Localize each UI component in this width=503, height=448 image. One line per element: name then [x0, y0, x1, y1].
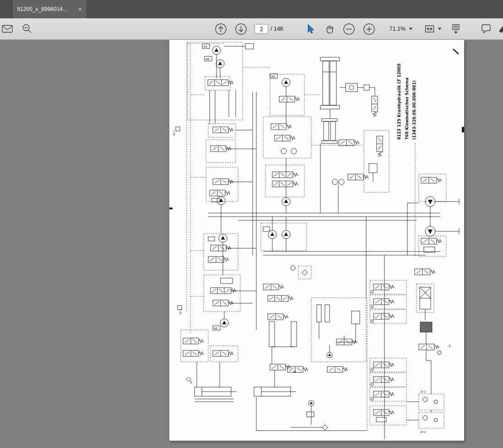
marquee-zoom-button[interactable] [21, 22, 33, 35]
plus-circle-icon [363, 23, 375, 35]
envelope-icon [1, 24, 13, 33]
page-count-label: / 146 [270, 26, 283, 32]
arrow-down-circle-icon [235, 23, 247, 35]
schematic-label-we4: WE [214, 327, 218, 330]
scroll-mode-button[interactable] [449, 22, 462, 35]
schematic-label-neg-one: -1- [448, 344, 452, 348]
document-tab[interactable]: lt1200_x_8996014... × [12, 0, 87, 18]
chevron-down-icon [438, 27, 442, 30]
tools-partial-button[interactable] [497, 22, 503, 35]
schematic-label-20-1: 20.1 [173, 131, 175, 136]
toolbar: / 146 71.1% [0, 18, 503, 40]
clipped-tool-icon [498, 23, 503, 34]
email-button[interactable] [1, 22, 14, 35]
schematic-label-25-1: 25.1 [420, 390, 426, 393]
zoom-level-value: 71.1% [389, 26, 406, 32]
pdf-page[interactable]: 9123 125 Kranhydraulik LT 1200S 760 Kine… [169, 40, 464, 441]
schematic-label-20-2: 20.2 [179, 309, 182, 315]
schematic-title-line1: 9123 125 Kranhydraulik LT 1200S [397, 63, 401, 140]
schematic-label-we3: WE [271, 75, 275, 78]
hydraulic-schematic-drawing: 9123 125 Kranhydraulik LT 1200S 760 Kine… [169, 40, 464, 441]
scroll-mode-icon [450, 23, 461, 35]
tab-close-icon[interactable]: × [78, 6, 82, 12]
previous-page-button[interactable] [214, 22, 227, 35]
page-number-input[interactable] [254, 24, 268, 34]
schematic-label-25-2: 25.2 [420, 431, 426, 433]
schematic-label-n: N [293, 370, 296, 374]
chevron-down-icon [409, 27, 413, 30]
document-viewport[interactable]: 9123 125 Kranhydraulik LT 1200S 760 Kine… [0, 40, 503, 448]
comment-button[interactable] [480, 22, 492, 35]
hand-icon [324, 23, 335, 35]
minus-circle-icon [343, 23, 355, 35]
next-page-button[interactable] [234, 22, 247, 35]
page-fit-icon [424, 24, 435, 34]
magnifier-minus-icon [22, 23, 32, 34]
cursor-arrow-icon [305, 23, 316, 35]
comment-bubble-icon [481, 23, 492, 34]
schematic-title-line2: 760 Kinematisches Schema [405, 77, 409, 140]
schematic-title-line3: (1343-320.06.00.000-001) [412, 80, 416, 140]
schematic-label-x: X [190, 381, 192, 384]
schematic-label-we1: WE [203, 45, 207, 48]
arrow-up-circle-icon [215, 23, 227, 35]
zoom-in-button[interactable] [362, 22, 375, 35]
schematic-label-we2: WE [206, 58, 210, 60]
tab-bar: lt1200_x_8996014... × [0, 0, 503, 18]
tab-title: lt1200_x_8996014... [17, 6, 75, 12]
zoom-out-button[interactable] [342, 22, 355, 35]
page-fit-button[interactable] [424, 22, 442, 35]
hand-tool-button[interactable] [323, 22, 336, 35]
select-tool-button[interactable] [304, 22, 317, 35]
zoom-level-dropdown[interactable]: 71.1% [383, 22, 413, 35]
